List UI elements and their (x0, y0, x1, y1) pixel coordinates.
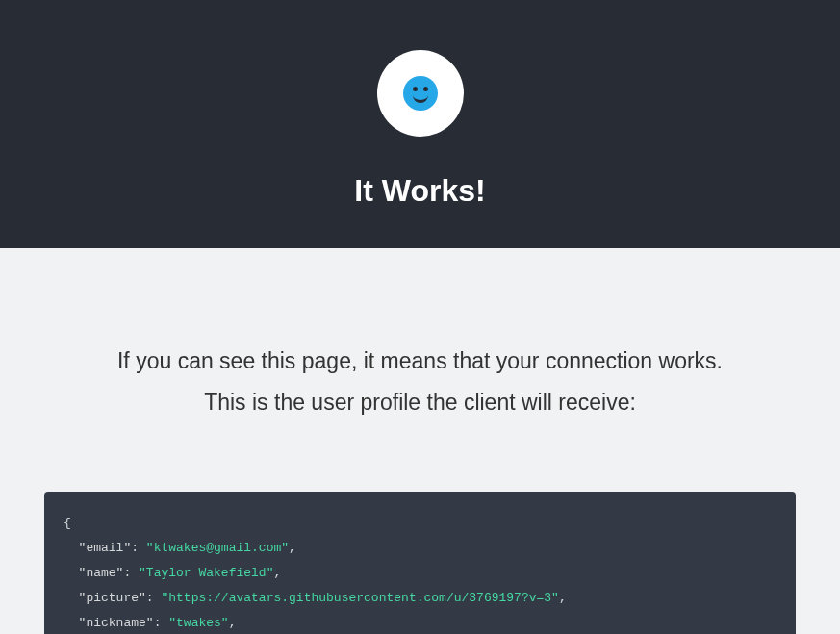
json-row-nickname: "nickname": "twakes", (64, 611, 776, 634)
json-row-picture: "picture": "https://avatars.githubuserco… (64, 586, 776, 611)
json-row-email: "email": "ktwakes@gmail.com", (64, 536, 776, 561)
content-area: If you can see this page, it means that … (0, 248, 840, 634)
intro-line-2: This is the user profile the client will… (38, 382, 802, 423)
page-title: It Works! (354, 173, 485, 209)
json-row-name: "name": "Taylor Wakefield", (64, 561, 776, 586)
avatar (377, 50, 464, 137)
intro-line-1: If you can see this page, it means that … (38, 341, 802, 382)
profile-json-block: { "email": "ktwakes@gmail.com", "name": … (44, 492, 796, 634)
json-open-brace: { (64, 511, 776, 536)
header-banner: It Works! (0, 0, 840, 248)
smiley-icon (403, 76, 438, 111)
